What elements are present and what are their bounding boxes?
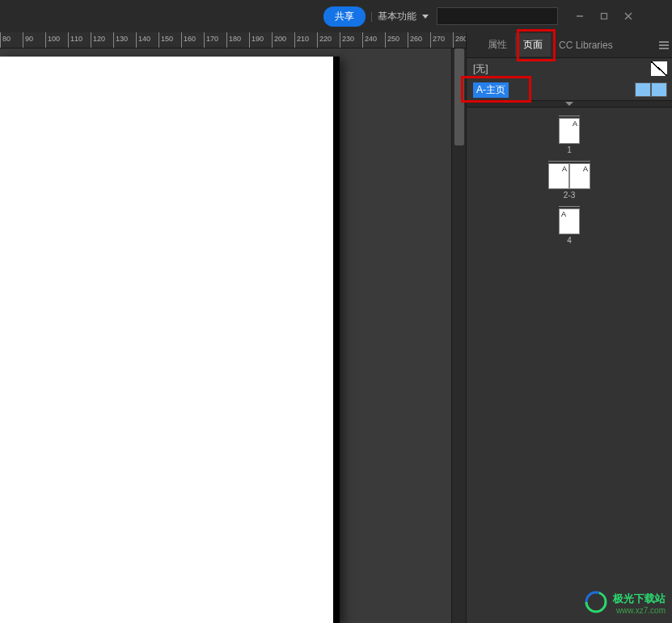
ruler-tick: 280 — [453, 32, 454, 48]
page-spread: A — [559, 116, 580, 144]
search-input[interactable] — [437, 7, 558, 25]
ruler-tick: 240 — [362, 32, 363, 48]
svg-rect-1 — [602, 14, 607, 19]
scrollbar-thumb[interactable] — [454, 48, 464, 145]
section-divider[interactable] — [467, 101, 672, 107]
ruler-tick: 120 — [91, 32, 91, 48]
ruler-tick: 140 — [136, 32, 137, 48]
master-none-row[interactable]: [无] — [467, 58, 672, 79]
page-number-label: 1 — [559, 145, 580, 154]
ruler-tick: 130 — [113, 32, 114, 48]
chevron-down-icon — [422, 15, 429, 19]
master-marker: A — [583, 165, 588, 173]
ruler-tick: 210 — [294, 32, 295, 48]
triangle-down-icon — [565, 102, 573, 106]
top-bar: 共享 | 基本功能 — [0, 0, 672, 32]
scrollbar-vertical[interactable] — [451, 48, 466, 623]
ruler-tick: 180 — [226, 32, 227, 48]
master-marker: A — [561, 210, 566, 218]
ruler-tick: 260 — [408, 32, 408, 48]
master-none-label: [无] — [473, 62, 488, 76]
page-thumbnail[interactable]: A — [559, 118, 580, 144]
ruler-tick: 170 — [204, 32, 205, 48]
panel-menu-icon[interactable] — [656, 38, 672, 53]
page-number-label: 2-3 — [548, 191, 590, 200]
page-item[interactable]: A4 — [559, 206, 580, 245]
watermark-logo-icon — [584, 590, 608, 617]
close-button[interactable] — [616, 6, 640, 26]
ruler-tick: 220 — [317, 32, 318, 48]
tab-cc-libraries[interactable]: CC Libraries — [551, 35, 621, 56]
ruler-horizontal: 8090100110120130140150160170180190200210… — [0, 32, 466, 48]
canvas-area: 8090100110120130140150160170180190200210… — [0, 32, 466, 623]
page-spread: AA — [548, 161, 590, 189]
page-number-label: 4 — [559, 236, 580, 245]
workspace-mode-dropdown[interactable]: 基本功能 — [378, 10, 429, 23]
master-a-row[interactable]: A-主页 — [467, 79, 672, 100]
separator: | — [370, 11, 373, 22]
panel-tabs: 属性 页面 CC Libraries — [467, 32, 672, 58]
master-a-label: A-主页 — [473, 82, 509, 98]
ruler-tick: 230 — [340, 32, 340, 48]
page-thumbnail[interactable]: A — [548, 163, 569, 189]
ruler-tick: 190 — [249, 32, 250, 48]
share-button[interactable]: 共享 — [323, 6, 366, 27]
window-controls — [568, 6, 640, 26]
pages-thumbnails-list: A1AA2-3A4 — [467, 107, 672, 623]
page-thumbnail[interactable]: A — [559, 208, 580, 234]
master-marker: A — [562, 165, 567, 173]
watermark: 极光下载站 www.xz7.com — [584, 590, 666, 617]
ruler-tick: 150 — [158, 32, 159, 48]
watermark-title: 极光下载站 — [613, 591, 666, 606]
page-item[interactable]: A1 — [559, 116, 580, 154]
master-marker: A — [573, 120, 577, 128]
maximize-button[interactable] — [592, 6, 616, 26]
tab-pages[interactable]: 页面 — [515, 33, 551, 57]
ruler-tick: 200 — [272, 32, 273, 48]
right-panel: 属性 页面 CC Libraries [无] A-主页 A1AA2-3A4 — [466, 32, 672, 623]
ruler-tick: 270 — [430, 32, 431, 48]
master-none-thumb[interactable] — [651, 61, 667, 76]
master-a-thumb[interactable] — [635, 82, 667, 97]
ruler-tick: 250 — [385, 32, 386, 48]
page-thumbnail[interactable]: A — [569, 163, 590, 189]
tab-properties[interactable]: 属性 — [480, 33, 515, 57]
master-pages-section: [无] A-主页 — [467, 58, 672, 101]
ruler-tick: 90 — [23, 32, 23, 48]
document-page[interactable] — [0, 57, 340, 623]
page-item[interactable]: AA2-3 — [548, 161, 590, 200]
ruler-tick: 80 — [0, 32, 1, 48]
ruler-tick: 100 — [45, 32, 46, 48]
ruler-tick: 160 — [181, 32, 182, 48]
ruler-tick: 110 — [68, 32, 69, 48]
minimize-button[interactable] — [568, 6, 592, 26]
page-spread: A — [559, 206, 580, 234]
watermark-url: www.xz7.com — [613, 606, 666, 615]
